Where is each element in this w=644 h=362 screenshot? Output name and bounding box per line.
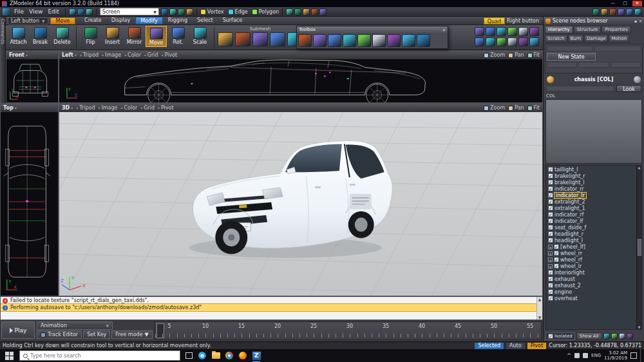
state-button-burn[interactable]: Burn	[568, 35, 583, 43]
node-checkbox[interactable]: ✓	[554, 251, 559, 256]
tool-icon[interactable]	[303, 8, 310, 15]
tool-icon[interactable]	[592, 8, 600, 15]
tool-icon[interactable]	[218, 32, 233, 46]
viewport-fit-control[interactable]: Fit	[527, 52, 540, 58]
viewport-3d-label[interactable]: 3D	[62, 105, 73, 111]
node-checkbox[interactable]: ✓	[548, 186, 553, 191]
animation-dropdown[interactable]: Animation▼	[37, 321, 113, 330]
tool-icon[interactable]	[178, 8, 185, 15]
tool-icon[interactable]	[626, 8, 633, 15]
viewport-front-canvas[interactable]: YX	[6, 59, 58, 102]
material-preview[interactable]	[545, 99, 642, 164]
pin-icon[interactable]: ▪	[634, 19, 637, 23]
show-desktop-button[interactable]	[640, 349, 642, 362]
left-button-dropdown[interactable]: Left button▼	[8, 17, 48, 24]
auto-badge[interactable]: Auto	[506, 343, 525, 349]
state-button-scratch[interactable]: Scratch	[545, 35, 567, 43]
tool-icon[interactable]	[311, 8, 318, 15]
tool-icon[interactable]	[77, 8, 84, 15]
tool-icon[interactable]	[475, 27, 484, 36]
selected-badge[interactable]: Selected	[475, 343, 504, 349]
close-icon[interactable]: ✕	[442, 28, 446, 32]
tool-icon[interactable]	[486, 27, 495, 36]
viewport-menu-pivot[interactable]: Pivot	[162, 52, 178, 58]
node-checkbox[interactable]: ✓	[554, 244, 559, 249]
tool-icon[interactable]	[56, 27, 69, 39]
tool-icon[interactable]	[507, 37, 517, 46]
tool-icon[interactable]	[601, 8, 608, 15]
scene-node-row[interactable]: ✓overheat	[547, 295, 635, 301]
material-sphere-icon[interactable]	[547, 76, 554, 83]
tool-icon[interactable]	[235, 32, 251, 46]
scene-node-row[interactable]: ✓indicator_rr	[547, 186, 635, 192]
node-checkbox[interactable]: ✓	[548, 218, 553, 224]
new-state-button[interactable]: New State	[547, 53, 596, 61]
viewport-3d-canvas[interactable]: X Y Z	[59, 112, 542, 296]
viewport-3d-header[interactable]: 3D TripodImageColorGridPivot ZoomPanFit	[59, 104, 542, 112]
tray-icon[interactable]	[583, 353, 588, 358]
scene-node-row[interactable]: ✓extralight_2	[547, 198, 635, 205]
chrome-button[interactable]	[224, 350, 234, 361]
state-button-motion[interactable]: Motion	[609, 35, 629, 43]
tool-icon[interactable]	[128, 27, 141, 39]
tool-flip-button[interactable]: Flip	[80, 26, 101, 47]
tool-icon[interactable]	[507, 27, 517, 36]
viewport-front-header[interactable]: Front	[6, 51, 58, 59]
quad-badge[interactable]: Quad	[484, 17, 505, 24]
node-checkbox[interactable]: ✓	[548, 296, 553, 301]
edge-button[interactable]: e	[197, 350, 207, 361]
tool-insert-button[interactable]: Insert	[102, 26, 123, 47]
node-checkbox[interactable]: ✓	[548, 193, 553, 198]
screen-select[interactable]: Screen▼	[100, 8, 159, 15]
tool-icon[interactable]	[150, 28, 163, 39]
look-button[interactable]: Look	[616, 85, 641, 92]
scene-node-row[interactable]: ✓seat_dside_f	[547, 224, 635, 231]
clock[interactable]: 3:02 AM11/9/2019	[604, 350, 627, 361]
viewport-zoom-control[interactable]: Zoom	[484, 52, 505, 58]
tool-icon[interactable]	[252, 32, 268, 46]
viewport-menu-tripod[interactable]: Tripod	[76, 105, 95, 111]
tool-mirror-button[interactable]: Mirror	[124, 26, 145, 47]
minimize-button[interactable]: —	[608, 1, 618, 6]
log-info-line[interactable]: i Performing autosave to "c:/users/antho…	[1, 304, 542, 311]
scene-node-row[interactable]: ✓exhaust	[547, 276, 635, 282]
toggle-polygon[interactable]: Polygon	[252, 9, 279, 15]
scene-node-row[interactable]: ✓interiorlight	[547, 269, 635, 276]
tool-icon[interactable]	[86, 8, 93, 15]
free-mode-dropdown[interactable]: Free mode▼	[111, 330, 152, 339]
tab-select[interactable]: Select	[193, 17, 218, 24]
file-explorer-button[interactable]	[211, 350, 221, 361]
scene-node-list[interactable]: ▲▼ ✓taillight_l✓brakelight_r✓brakelight_…	[545, 165, 642, 330]
node-checkbox[interactable]: ✓	[548, 199, 553, 204]
panel-tab-hierarchy[interactable]: Hierarchy	[545, 26, 573, 33]
node-checkbox[interactable]: ✓	[548, 270, 553, 275]
viewport-menu-tripod[interactable]: Tripod	[80, 52, 99, 58]
move-mode-button[interactable]: Move	[50, 17, 75, 24]
pivot-badge[interactable]: Pivot	[527, 343, 547, 349]
tool-icon[interactable]	[518, 27, 528, 36]
tool-rot-button[interactable]: Rot.	[167, 26, 189, 47]
node-checkbox[interactable]: ✓	[548, 180, 553, 185]
notification-icon[interactable]	[630, 352, 637, 359]
scene-node-row[interactable]: +✓wheel_lr	[547, 263, 635, 269]
tool-icon[interactable]	[169, 8, 176, 15]
expand-icon[interactable]: +	[548, 245, 553, 249]
node-checkbox[interactable]: ✓	[548, 289, 553, 294]
scene-node-row[interactable]: ✓indicator_lr	[547, 192, 635, 198]
viewport-pan-control[interactable]: Pan	[508, 105, 524, 111]
tool-icon[interactable]	[319, 8, 327, 15]
preview-sphere-icon[interactable]	[634, 76, 641, 83]
zmodeler-taskbar-button[interactable]: Z	[251, 350, 261, 361]
tool-icon[interactable]	[619, 333, 625, 339]
tool-icon[interactable]	[486, 37, 495, 46]
viewport-top-canvas[interactable]: YX	[1, 112, 58, 296]
scene-node-row[interactable]: ✓indicator_rf	[547, 211, 635, 218]
expand-icon[interactable]: +	[548, 258, 553, 262]
toggle-vertex[interactable]: Vertex	[200, 9, 224, 15]
tab-rigging[interactable]: Rigging	[164, 17, 192, 24]
tray-expand-icon[interactable]: ^	[567, 353, 571, 359]
node-checkbox[interactable]: ✓	[554, 257, 559, 262]
expand-icon[interactable]: +	[548, 251, 553, 256]
start-button[interactable]	[2, 349, 16, 362]
viewport-left-label[interactable]: Left	[62, 52, 77, 58]
